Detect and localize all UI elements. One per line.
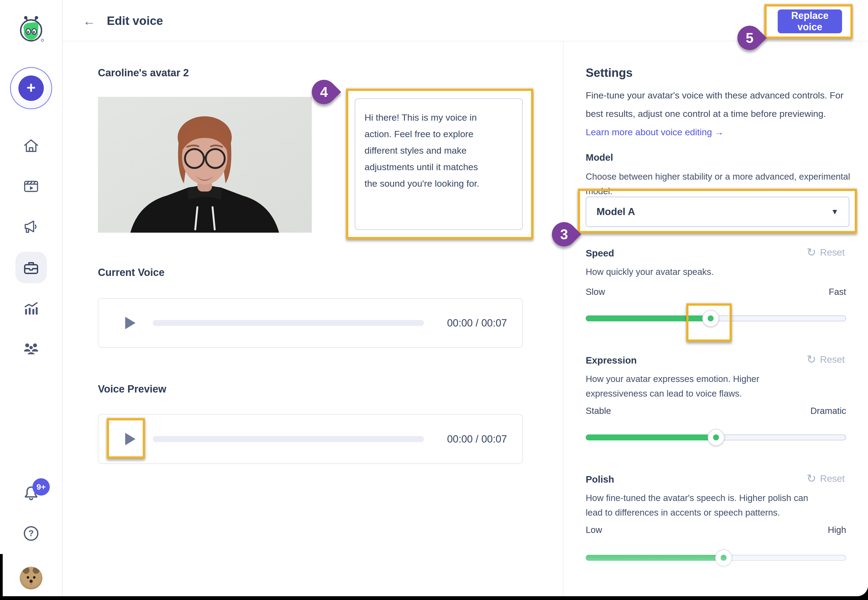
- current-voice-play-button[interactable]: [122, 314, 138, 332]
- voice-editing-learn-more-link[interactable]: Learn more about voice editing →: [586, 127, 724, 137]
- expression-min-label: Stable: [586, 406, 611, 416]
- notification-count-badge: 9+: [32, 478, 50, 495]
- speed-label: Speed: [586, 248, 614, 259]
- expression-slider-fill: [586, 435, 716, 440]
- plus-icon: +: [18, 76, 44, 101]
- polish-label: Polish: [586, 474, 614, 485]
- speed-description: How quickly your avatar speaks.: [586, 265, 853, 279]
- app-window: +: [0, 0, 868, 596]
- home-icon: [23, 137, 40, 154]
- expression-reset-button[interactable]: ↺ Reset: [807, 354, 845, 365]
- reset-label: Reset: [820, 354, 845, 365]
- polish-minmax-labels: Low High: [586, 525, 846, 535]
- sidebar-item-videos[interactable]: [23, 177, 40, 195]
- team-people-icon: [23, 339, 40, 356]
- annotation-badge-5: 5: [732, 21, 767, 55]
- expression-slider-thumb[interactable]: [708, 429, 724, 446]
- polish-max-label: High: [828, 525, 846, 535]
- speed-reset-button[interactable]: ↺ Reset: [807, 247, 845, 258]
- avatar-video-thumbnail[interactable]: [98, 97, 312, 233]
- annotation-badge-4: 4: [307, 75, 341, 109]
- polish-description: How fine-tuned the avatar's speech is. H…: [586, 491, 829, 520]
- reset-label: Reset: [820, 473, 845, 484]
- undo-icon: ↺: [807, 354, 816, 365]
- sidebar-item-campaigns[interactable]: [23, 218, 40, 235]
- polish-min-label: Low: [586, 525, 602, 535]
- current-voice-player: 00:00 / 00:07: [98, 298, 523, 348]
- expression-minmax-labels: Stable Dramatic: [586, 406, 846, 416]
- sidebar-item-home[interactable]: [23, 137, 40, 154]
- reset-label: Reset: [820, 247, 845, 258]
- megaphone-icon: [23, 218, 40, 235]
- robot-logo-icon: [18, 16, 45, 42]
- model-label: Model: [586, 152, 613, 163]
- clapperboard-icon: [23, 177, 40, 195]
- settings-heading: Settings: [586, 66, 633, 80]
- settings-scroll-fade: [564, 549, 868, 596]
- panel-divider: [563, 41, 564, 596]
- sidebar: +: [0, 0, 63, 596]
- voice-preview-heading: Voice Preview: [98, 383, 166, 395]
- voice-preview-player: 00:00 / 00:07: [98, 414, 523, 464]
- new-video-button[interactable]: +: [10, 67, 52, 109]
- page-title: Edit voice: [107, 14, 163, 27]
- play-icon: [125, 317, 136, 329]
- polish-reset-button[interactable]: ↺ Reset: [807, 473, 845, 484]
- sidebar-item-team[interactable]: [23, 339, 40, 356]
- replace-voice-button[interactable]: Replace voice: [778, 9, 842, 33]
- back-button[interactable]: ←: [81, 13, 97, 29]
- settings-intro: Fine-tune your avatar's voice with these…: [586, 86, 844, 141]
- user-avatar[interactable]: [20, 567, 42, 589]
- speed-max-label: Fast: [829, 287, 846, 297]
- voice-preview-progress-bar[interactable]: [153, 436, 424, 442]
- annotation-box-sample-text: [346, 89, 533, 239]
- screenshot-root: +: [0, 0, 868, 600]
- undo-icon: ↺: [807, 247, 816, 258]
- avatar-name-heading: Caroline's avatar 2: [98, 67, 189, 79]
- expression-description: How your avatar expresses emotion. Highe…: [586, 372, 775, 401]
- speed-minmax-labels: Slow Fast: [586, 287, 846, 297]
- sidebar-item-help[interactable]: ?: [23, 525, 40, 542]
- expression-label: Expression: [586, 355, 637, 366]
- expression-slider[interactable]: [586, 435, 846, 440]
- svg-text:?: ?: [29, 529, 34, 538]
- current-voice-time: 00:00 / 00:07: [447, 317, 507, 329]
- briefcase-icon: [23, 259, 40, 276]
- current-voice-heading: Current Voice: [98, 267, 165, 278]
- expression-max-label: Dramatic: [811, 406, 846, 416]
- undo-icon: ↺: [807, 473, 816, 484]
- screen-edge-artifact: [0, 554, 3, 600]
- annotation-box-speed-thumb: [686, 303, 732, 342]
- help-icon: ?: [23, 525, 40, 542]
- voice-preview-time: 00:00 / 00:07: [447, 433, 507, 445]
- sidebar-item-assets[interactable]: [23, 259, 40, 276]
- speed-min-label: Slow: [586, 287, 605, 297]
- sidebar-item-analytics[interactable]: [23, 300, 40, 317]
- current-voice-progress-bar[interactable]: [153, 320, 424, 326]
- annotation-box-preview-play: [107, 418, 145, 459]
- annotation-badge-3: 3: [547, 217, 581, 251]
- arrow-left-icon: ←: [83, 14, 95, 29]
- settings-intro-text: Fine-tune your avatar's voice with these…: [586, 90, 844, 119]
- analytics-chart-icon: [23, 300, 40, 317]
- annotation-box-model: [578, 189, 857, 233]
